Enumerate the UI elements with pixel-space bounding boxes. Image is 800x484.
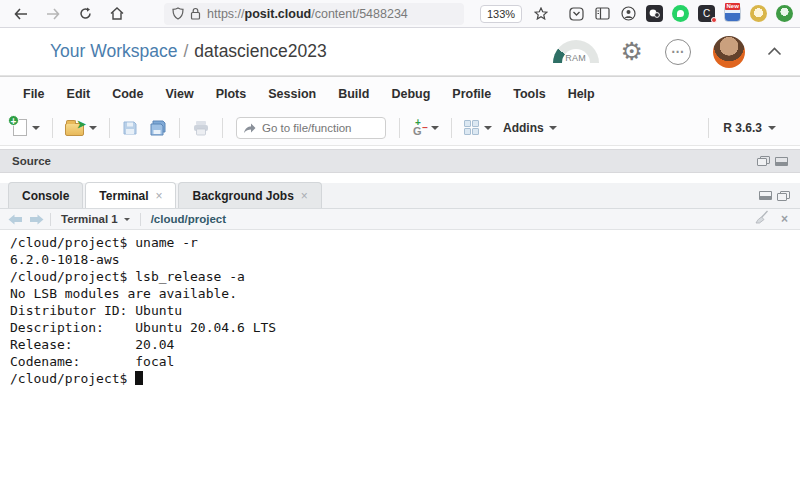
vpn-app-icon[interactable]: [776, 5, 793, 22]
more-options-icon[interactable]: ⋯: [665, 39, 691, 65]
close-icon[interactable]: ×: [301, 189, 308, 203]
menu-tools[interactable]: Tools: [502, 81, 556, 107]
lock-icon[interactable]: [190, 7, 201, 20]
version-control-icon: +−G: [412, 119, 426, 137]
r-version-selector[interactable]: R 3.6.3: [704, 118, 790, 138]
url-bar[interactable]: https://posit.cloud/content/5488234: [164, 3, 464, 25]
terminal-prompt-line: /cloud/project$: [10, 370, 790, 387]
menu-plots[interactable]: Plots: [205, 81, 258, 107]
print-button[interactable]: [189, 118, 213, 138]
addins-button[interactable]: Addins: [500, 119, 560, 137]
terminal-output[interactable]: /cloud/project$ uname -r 6.2.0-1018-aws …: [0, 230, 800, 484]
terminal-line: Description: Ubuntu 20.04.6 LTS: [10, 319, 790, 336]
new-file-button[interactable]: +: [10, 117, 43, 138]
home-icon[interactable]: [104, 3, 130, 25]
whatsapp-icon[interactable]: [672, 5, 689, 22]
source-pane-title: Source: [12, 155, 51, 167]
coin-app-icon[interactable]: [750, 5, 767, 22]
terminal-line: /cloud/project$ uname -r: [10, 234, 790, 251]
chevron-down-icon: [768, 126, 776, 130]
r-version-label: R 3.6.3: [723, 121, 762, 135]
menu-build[interactable]: Build: [327, 81, 380, 107]
clear-terminal-broom-icon[interactable]: [754, 210, 769, 228]
sidebar-icon[interactable]: [594, 5, 611, 22]
open-folder-icon: ➤: [65, 123, 84, 136]
gear-icon[interactable]: ⚙: [621, 39, 643, 64]
zoom-level-badge[interactable]: 133%: [480, 5, 522, 23]
toolbar-separator: [50, 213, 51, 226]
back-icon[interactable]: [8, 3, 34, 25]
toolbar-separator: [222, 118, 223, 138]
toolbar-separator: [109, 118, 110, 138]
account-icon[interactable]: [620, 5, 637, 22]
toolbar-separator: [179, 118, 180, 138]
previous-terminal-icon[interactable]: [8, 214, 23, 225]
close-icon[interactable]: ×: [155, 189, 162, 203]
forward-icon[interactable]: [40, 3, 66, 25]
whatsapp-glyph: [677, 10, 684, 17]
save-button[interactable]: [119, 118, 141, 138]
toolbar-separator: [140, 213, 141, 226]
menu-help[interactable]: Help: [557, 81, 606, 107]
addins-label: Addins: [503, 121, 544, 135]
goto-file-input[interactable]: [262, 122, 372, 134]
workspace-link[interactable]: Your Workspace: [50, 41, 177, 61]
restore-pane-icon[interactable]: [757, 156, 770, 166]
terminal-selector-label: Terminal 1: [61, 213, 118, 225]
menu-profile[interactable]: Profile: [441, 81, 502, 107]
terminal-toolbar: Terminal 1 /cloud/project ×: [0, 209, 800, 230]
terminal-line: Codename: focal: [10, 353, 790, 370]
tab-console-label: Console: [22, 189, 69, 203]
tab-console[interactable]: Console: [8, 182, 83, 208]
toolbar-separator: [708, 118, 709, 138]
save-all-button[interactable]: [146, 118, 170, 138]
tab-background-jobs[interactable]: Background Jobs ×: [178, 182, 321, 208]
open-file-button[interactable]: ➤: [62, 118, 100, 138]
rstudio-menubar: File Edit Code View Plots Session Build …: [0, 76, 800, 110]
chevron-up-icon[interactable]: [767, 47, 782, 56]
maximize-pane-icon[interactable]: [777, 191, 790, 201]
goto-arrow-icon: [243, 122, 256, 134]
chevron-down-icon: [124, 218, 130, 221]
menu-session[interactable]: Session: [257, 81, 327, 107]
menu-view[interactable]: View: [154, 81, 204, 107]
source-pane-header: Source: [0, 149, 800, 173]
shield-icon[interactable]: [172, 7, 184, 20]
containers-extension-icon[interactable]: [646, 5, 663, 22]
url-text: https://posit.cloud/content/5488234: [207, 7, 408, 21]
terminal-cursor: [135, 371, 143, 385]
toolbar-separator: [399, 118, 400, 138]
chevron-down-icon: [484, 126, 492, 130]
maximize-pane-icon[interactable]: [775, 157, 788, 166]
terminal-line: Release: 20.04: [10, 336, 790, 353]
breadcrumb: Your Workspace/datascience2023: [50, 41, 327, 62]
close-terminal-icon[interactable]: ×: [781, 213, 788, 225]
pocket-icon[interactable]: [568, 5, 585, 22]
header-actions: RAM ⚙ ⋯: [553, 36, 782, 68]
version-control-button[interactable]: +−G: [409, 117, 442, 139]
ram-gauge[interactable]: RAM: [553, 40, 599, 63]
goto-file-search[interactable]: [236, 117, 386, 139]
browser-extensions-row: C New: [568, 5, 800, 22]
tab-terminal[interactable]: Terminal ×: [85, 182, 176, 208]
clock-app-icon[interactable]: C: [698, 5, 715, 22]
terminal-line: /cloud/project$ lsb_release -a: [10, 268, 790, 285]
terminal-working-directory: /cloud/project: [147, 213, 226, 225]
menu-debug[interactable]: Debug: [380, 81, 441, 107]
workspace-panes-button[interactable]: [461, 118, 495, 137]
terminal-line: 6.2.0-1018-aws: [10, 251, 790, 268]
reload-icon[interactable]: [72, 3, 98, 25]
source-pane-buttons: [757, 156, 788, 166]
project-name: datascience2023: [194, 41, 326, 61]
avatar[interactable]: [713, 36, 745, 68]
menu-code[interactable]: Code: [101, 81, 154, 107]
menu-file[interactable]: File: [12, 81, 56, 107]
bookmark-star-icon[interactable]: [528, 3, 554, 25]
save-all-icon: [149, 120, 167, 136]
menu-edit[interactable]: Edit: [56, 81, 102, 107]
toolbar-separator: [451, 118, 452, 138]
new-tab-app-icon[interactable]: New: [724, 5, 741, 22]
next-terminal-icon[interactable]: [29, 214, 44, 225]
minimize-pane-icon[interactable]: [759, 191, 772, 200]
terminal-selector[interactable]: Terminal 1: [57, 213, 134, 225]
